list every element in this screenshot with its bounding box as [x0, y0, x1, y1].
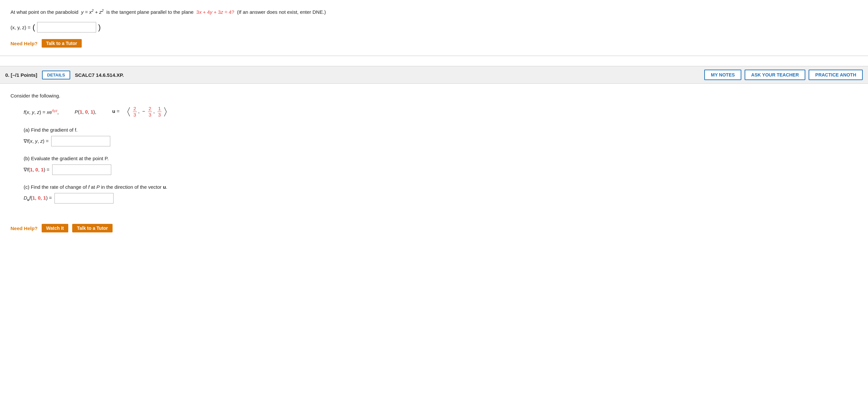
part-c-answer-row: Duf(1, 0, 1) = — [24, 193, 855, 204]
paren-close: ) — [98, 23, 101, 32]
problem-content: Consider the following. f(x, y, z) = xe4… — [0, 84, 868, 245]
question-text: At what point on the paraboloid y = x2 +… — [10, 8, 858, 16]
function-formula: f(x, y, z) = xe4yz, — [24, 109, 59, 115]
bottom-need-help-row: Need Help? Watch It Talk to a Tutor — [10, 224, 855, 232]
point-formula: P(1, 0, 1), — [69, 109, 96, 115]
top-need-help-row: Need Help? Talk to a Tutor — [10, 39, 858, 48]
formula-row: f(x, y, z) = xe4yz, P(1, 0, 1), u = 〈 2 … — [24, 106, 855, 118]
answer-input[interactable] — [37, 22, 96, 32]
problem-header-bar: 0. [–/1 Points] DETAILS SCALC7 14.6.514.… — [0, 66, 868, 84]
part-a-section: (a) Find the gradient of f. ∇f(x, y, z) … — [24, 127, 855, 146]
header-actions: MY NOTES ASK YOUR TEACHER PRACTICE ANOTH — [704, 69, 863, 80]
question-note: (If an answer does not exist, enter DNE.… — [237, 9, 326, 15]
spacer2 — [10, 213, 855, 223]
part-c-eq-label: Duf(1, 0, 1) = — [24, 195, 52, 202]
answer-label: (x, y, z) = — [10, 25, 31, 30]
part-b-eq-label: ∇f(1, 0, 1) = — [24, 167, 50, 173]
ask-teacher-button[interactable]: ASK YOUR TEACHER — [745, 69, 805, 80]
watch-it-button[interactable]: Watch It — [42, 224, 69, 232]
vector-formula: u = 〈 2 3 , − 2 3 , 1 3 〉 — [107, 106, 173, 118]
part-b-label: (b) Evaluate the gradient at the point P… — [24, 155, 855, 161]
problem-id: SCALC7 14.6.514.XP. — [75, 72, 704, 78]
part-c-input[interactable] — [55, 193, 114, 204]
part-c-label: (c) Find the rate of change of f at P in… — [24, 184, 855, 190]
paren-open: ( — [32, 23, 35, 32]
question-text-part2: is the tangent plane parallel to the pla… — [106, 9, 194, 15]
part-b-answer-row: ∇f(1, 0, 1) = — [24, 165, 855, 175]
part-b-input[interactable] — [52, 165, 111, 175]
details-button[interactable]: DETAILS — [42, 70, 70, 80]
part-a-label: (a) Find the gradient of f. — [24, 127, 855, 133]
bottom-talk-tutor-button[interactable]: Talk to a Tutor — [72, 224, 112, 232]
paraboloid-equation: y = x2 + z2 — [81, 9, 103, 15]
practice-another-button[interactable]: PRACTICE ANOTH — [809, 69, 863, 80]
part-a-input[interactable] — [51, 136, 110, 146]
part-b-section: (b) Evaluate the gradient at the point P… — [24, 155, 855, 175]
plane-equation: 3x + 4y + 3z = 4? — [196, 9, 234, 15]
bottom-need-help-label: Need Help? — [10, 226, 38, 231]
my-notes-button[interactable]: MY NOTES — [704, 69, 741, 80]
part-a-eq-label: ∇f(x, y, z) = — [24, 138, 49, 144]
page-wrapper: At what point on the paraboloid y = x2 +… — [0, 0, 868, 410]
question-text-part1: At what point on the paraboloid — [10, 9, 79, 15]
top-question-section: At what point on the paraboloid y = x2 +… — [0, 0, 868, 56]
consider-text: Consider the following. — [10, 93, 855, 98]
part-a-answer-row: ∇f(x, y, z) = — [24, 136, 855, 146]
top-need-help-label: Need Help? — [10, 41, 38, 46]
part-c-section: (c) Find the rate of change of f at P in… — [24, 184, 855, 204]
points-label: 0. [–/1 Points] — [5, 72, 37, 78]
spacer — [0, 56, 868, 66]
top-talk-tutor-button[interactable]: Talk to a Tutor — [42, 39, 82, 48]
answer-row: (x, y, z) = ( ) — [10, 22, 858, 32]
